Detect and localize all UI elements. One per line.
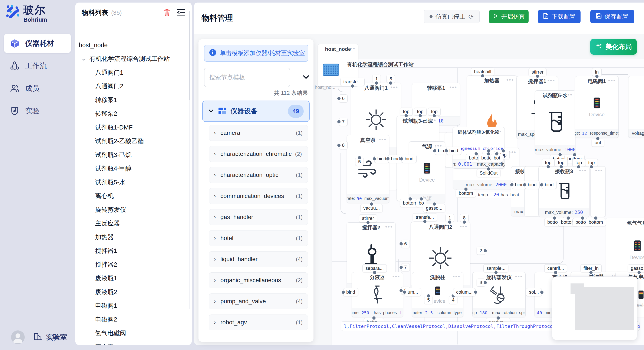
save-config-button[interactable]: 保存配置 bbox=[590, 10, 634, 23]
node-menu-icon[interactable]: ••• bbox=[429, 117, 436, 124]
tree-item[interactable]: 试剂瓶4-甲醇 bbox=[95, 164, 132, 173]
category-liquid-handler[interactable]: ›liquid_handler(4) bbox=[209, 251, 308, 267]
port-pill[interactable]: bot bbox=[491, 154, 503, 162]
port-pill[interactable]: 2 bbox=[476, 247, 485, 255]
category-characterization-optic[interactable]: ›characterization_optic(1) bbox=[209, 167, 308, 183]
tree-item[interactable]: 试剂瓶3-己烷 bbox=[95, 150, 132, 160]
scrollbar-thumb[interactable] bbox=[189, 11, 190, 100]
tree-item[interactable]: 搅拌器2 bbox=[95, 260, 117, 269]
tree-item[interactable]: 搅拌器1 bbox=[95, 246, 117, 256]
node-menu-icon[interactable]: ••• bbox=[392, 273, 400, 280]
minimap[interactable] bbox=[552, 276, 637, 340]
node-menu-icon[interactable]: ••• bbox=[379, 136, 386, 143]
tree-item[interactable]: 加热器 bbox=[95, 233, 114, 242]
category-pump-and-valve[interactable]: ›pump_and_valve(4) bbox=[209, 293, 308, 309]
tree-item[interactable]: 旋转蒸发仪 bbox=[95, 205, 126, 214]
lab-entry[interactable]: 实验室 bbox=[33, 332, 67, 343]
tree-item[interactable]: 电磁阀1 bbox=[95, 301, 117, 311]
tree-item[interactable]: host_node bbox=[79, 40, 108, 50]
node-menu-icon[interactable]: ••• bbox=[548, 77, 555, 84]
tree-item[interactable]: 试剂瓶1-DMF bbox=[95, 123, 133, 132]
port-pill[interactable]: 5 bbox=[424, 296, 433, 304]
category-hotel[interactable]: ›hotel(1) bbox=[209, 230, 308, 246]
node-receiver-bottle-3[interactable]: 接收瓶3••• max_volume:250 bbox=[538, 166, 590, 217]
tree-item[interactable]: 试剂瓶5-水 bbox=[95, 178, 126, 187]
tree-item[interactable]: 转移泵2 bbox=[95, 109, 117, 118]
port-pill[interactable]: out bbox=[592, 139, 604, 147]
node-menu-icon[interactable]: ••• bbox=[595, 167, 603, 174]
node-menu-icon[interactable]: ••• bbox=[509, 149, 516, 156]
sidebar-item-experiments[interactable]: 实验 bbox=[4, 101, 71, 121]
collapse-panel-icon[interactable] bbox=[302, 74, 310, 81]
port-pill[interactable]: top bbox=[555, 159, 568, 167]
port-pill[interactable]: in bbox=[592, 68, 602, 76]
sidebar-item-members[interactable]: 成员 bbox=[4, 79, 71, 98]
node-menu-icon[interactable]: ••• bbox=[494, 128, 502, 135]
collapse-list-icon[interactable] bbox=[177, 9, 185, 17]
port-pill[interactable]: bind bbox=[402, 155, 416, 163]
port-pill[interactable]: 6 bbox=[401, 240, 410, 248]
port-pill[interactable]: sample... bbox=[484, 264, 508, 272]
node-separatory-funnel[interactable]: 分液器••• volume:250 has_phases:true bbox=[352, 272, 403, 317]
port-pill[interactable]: bind bbox=[446, 147, 461, 155]
port-pill[interactable]: 3 bbox=[476, 279, 485, 287]
tree-item[interactable]: 有机化学流程综合测试工作站 bbox=[81, 54, 170, 64]
port-pill[interactable]: bind bbox=[343, 288, 358, 296]
category-robot-agv[interactable]: ›robot_agv(1) bbox=[209, 315, 308, 330]
port-pill[interactable]: top bbox=[414, 108, 426, 116]
port-pill[interactable]: top bbox=[572, 159, 585, 167]
node-hidden-card[interactable]: ••• bbox=[590, 166, 606, 217]
tree-item[interactable]: 电磁阀2 bbox=[95, 315, 117, 324]
port-pill[interactable]: 7 bbox=[339, 118, 348, 126]
node-menu-icon[interactable]: ••• bbox=[453, 273, 460, 280]
port-pill[interactable]: bind bbox=[542, 181, 557, 189]
port-pill[interactable]: centrif... bbox=[544, 264, 567, 272]
node-menu-icon[interactable]: ••• bbox=[506, 77, 514, 83]
node-menu-icon[interactable]: ••• bbox=[565, 91, 573, 98]
node-menu-icon[interactable]: ••• bbox=[348, 45, 356, 52]
tree-item[interactable]: 八通阀门1 bbox=[95, 68, 123, 77]
port-pill[interactable]: 7 bbox=[401, 263, 410, 271]
trash-icon[interactable] bbox=[163, 8, 171, 17]
search-input[interactable] bbox=[209, 74, 285, 81]
port-pill[interactable]: um... bbox=[405, 288, 421, 296]
port-pill[interactable]: SolidOut bbox=[476, 169, 500, 177]
sidebar-item-instruments[interactable]: 仪器耗材 bbox=[4, 34, 71, 53]
port-pill[interactable]: 4 bbox=[449, 296, 458, 304]
start-simulation-button[interactable]: 开启仿真 bbox=[489, 10, 528, 23]
port-pill[interactable]: 8 bbox=[386, 75, 395, 83]
node-menu-icon[interactable]: ••• bbox=[515, 273, 523, 280]
port-pill[interactable]: 1 bbox=[446, 214, 454, 222]
node-menu-icon[interactable]: ••• bbox=[450, 84, 457, 91]
port-pill[interactable]: 6 bbox=[339, 94, 348, 103]
tree-item[interactable]: 废液瓶1 bbox=[95, 274, 117, 283]
category-gas-handler[interactable]: ›gas_handler(1) bbox=[209, 209, 308, 225]
chevron-down-icon[interactable] bbox=[81, 57, 86, 61]
category-camera[interactable]: ›camera(1) bbox=[209, 125, 308, 141]
node-menu-icon[interactable]: ••• bbox=[579, 167, 587, 174]
category-characterization-chromatic[interactable]: ›characterization_chromatic(2) bbox=[209, 146, 308, 162]
port-pill[interactable]: heatchill bbox=[471, 68, 494, 76]
port-pill[interactable]: 1 bbox=[372, 75, 381, 83]
node-solenoid-valve-1[interactable]: 电磁阀1••• Device bbox=[575, 76, 619, 138]
node-menu-icon[interactable]: ••• bbox=[385, 223, 393, 230]
avatar[interactable] bbox=[11, 331, 25, 344]
node-vacuum-pump[interactable]: 真空泵••• ump_rate:50 max_vacuum:0.1 bbox=[347, 135, 389, 203]
port-pill[interactable]: bottom bbox=[586, 218, 606, 226]
tree-item[interactable]: 真空泵 bbox=[95, 342, 114, 345]
beautify-layout-button[interactable]: 美化布局 bbox=[590, 39, 637, 55]
port-pill[interactable]: stirrer bbox=[359, 214, 377, 222]
tree-item[interactable]: 主反应器 bbox=[95, 219, 120, 228]
port-pill[interactable]: 8 bbox=[339, 141, 348, 149]
tree-item[interactable]: 氢气电磁阀 bbox=[95, 329, 126, 338]
port-pill[interactable]: stirrer bbox=[528, 68, 546, 76]
port-pill[interactable]: filter_in bbox=[580, 264, 602, 272]
download-config-button[interactable]: 下载配置 bbox=[538, 10, 580, 23]
port-pill[interactable]: 8 bbox=[460, 214, 468, 222]
port-pill[interactable]: transfe... bbox=[340, 78, 364, 86]
port-pill[interactable]: transfe... bbox=[413, 213, 437, 221]
category-communication-devices[interactable]: ›communication_devices(1) bbox=[209, 188, 308, 204]
port-pill[interactable]: bottom bbox=[456, 189, 476, 197]
node-solenoid-valve-2[interactable]: voltage:12 bbox=[628, 76, 644, 138]
port-pill[interactable]: gasso... bbox=[423, 204, 445, 212]
